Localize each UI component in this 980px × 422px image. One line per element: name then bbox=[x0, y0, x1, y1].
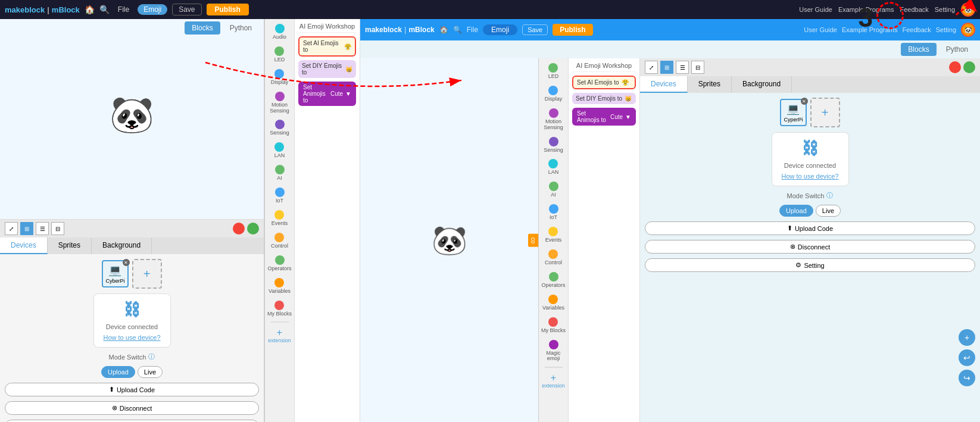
right-cat-variables[interactable]: Variables bbox=[541, 292, 566, 314]
cat-sensing[interactable]: Sensing bbox=[269, 117, 291, 139]
cat-events[interactable]: Events bbox=[270, 208, 289, 229]
right-save-button[interactable]: Save bbox=[522, 24, 548, 35]
tab-sprites[interactable]: Sprites bbox=[48, 237, 92, 254]
close-icon[interactable]: ✕ bbox=[123, 259, 130, 266]
orange-badge[interactable]: co bbox=[528, 233, 538, 247]
setting-link[interactable]: Setting bbox=[935, 6, 955, 13]
right-example-programs-link[interactable]: Example Programs bbox=[842, 26, 898, 33]
tile-btn[interactable]: ⊟ bbox=[51, 222, 64, 235]
right-run-button[interactable] bbox=[963, 61, 975, 73]
home-icon[interactable]: 🏠 bbox=[85, 5, 95, 14]
right-close-icon[interactable]: ✕ bbox=[801, 98, 808, 105]
cat-iot[interactable]: IoT bbox=[274, 185, 286, 207]
publish-button[interactable]: Publish bbox=[207, 4, 249, 15]
search-icon[interactable]: 🔍 bbox=[99, 5, 110, 14]
right-cat-control[interactable]: Control bbox=[544, 247, 563, 268]
float-btn-3[interactable]: ↪ bbox=[959, 370, 975, 386]
stop-button[interactable] bbox=[233, 223, 245, 235]
cat-variables[interactable]: Variables bbox=[267, 276, 292, 297]
right-extension-add[interactable]: + extension bbox=[541, 370, 566, 392]
tab-blocks[interactable]: Blocks bbox=[185, 21, 220, 35]
right-upload-code-button[interactable]: ⬆ Upload Code bbox=[645, 221, 975, 235]
right-publish-button[interactable]: Publish bbox=[553, 24, 592, 36]
right-add-device-btn[interactable]: + bbox=[810, 98, 840, 127]
right-file-menu[interactable]: File bbox=[467, 26, 478, 34]
right-set-diy-emojis-block[interactable]: Set DIY Emojis to 😸 bbox=[572, 93, 636, 104]
right-user-avatar[interactable]: 🐼 bbox=[961, 23, 975, 37]
upload-code-button[interactable]: ⬆ Upload Code bbox=[5, 383, 259, 396]
add-device-btn[interactable]: + bbox=[132, 259, 162, 289]
right-cat-operators[interactable]: Operators bbox=[540, 270, 566, 291]
cat-control[interactable]: Control bbox=[270, 230, 289, 252]
disconnect-button[interactable]: ⊗ Disconnect bbox=[5, 401, 259, 415]
right-feedback-link[interactable]: Feedback bbox=[902, 26, 931, 33]
cat-motion[interactable]: Motion Sensing bbox=[265, 89, 294, 117]
cyberpi-thumb[interactable]: ✕ 💻 CyberPi bbox=[102, 260, 128, 287]
float-btn-1[interactable]: + bbox=[959, 329, 975, 346]
right-cat-led[interactable]: LED bbox=[547, 61, 560, 82]
list-btn[interactable]: ☰ bbox=[36, 222, 49, 235]
right-cat-lan[interactable]: LAN bbox=[547, 157, 560, 178]
right-cat-display[interactable]: Display bbox=[544, 83, 564, 105]
right-cat-sensing[interactable]: Sensing bbox=[542, 135, 564, 156]
right-cat-events[interactable]: Events bbox=[544, 224, 563, 246]
right-setting-button[interactable]: ⚙ Setting bbox=[645, 258, 975, 272]
setting-button[interactable]: ⚙ Setting bbox=[5, 420, 259, 422]
set-diy-emojis-block[interactable]: Set DIY Emojis to 😸 bbox=[298, 60, 356, 78]
right-tab-blocks[interactable]: Blocks bbox=[901, 43, 936, 56]
right-grid-btn[interactable]: ⊞ bbox=[660, 61, 673, 74]
right-disconnect-button[interactable]: ⊗ Disconnect bbox=[645, 240, 975, 254]
right-tab-devices[interactable]: Devices bbox=[640, 76, 688, 93]
how-to-use-link[interactable]: How to use device? bbox=[104, 334, 161, 341]
right-tab-sprites[interactable]: Sprites bbox=[688, 76, 732, 93]
cat-ai[interactable]: AI bbox=[274, 162, 286, 184]
right-list-btn[interactable]: ☰ bbox=[676, 61, 689, 74]
right-tile-btn[interactable]: ⊟ bbox=[691, 61, 704, 74]
right-live-mode-btn[interactable]: Live bbox=[816, 205, 841, 217]
live-mode-btn[interactable]: Live bbox=[138, 366, 163, 378]
tab-background[interactable]: Background bbox=[92, 237, 152, 254]
right-tab-background[interactable]: Background bbox=[732, 76, 792, 93]
right-cat-iot[interactable]: IoT bbox=[548, 202, 560, 223]
right-cat-ai[interactable]: AI bbox=[548, 179, 560, 201]
right-search-icon[interactable]: 🔍 bbox=[453, 26, 462, 34]
run-button[interactable] bbox=[247, 223, 259, 235]
cat-operators[interactable]: Operators bbox=[266, 253, 292, 274]
cat-led[interactable]: LED bbox=[273, 44, 286, 65]
right-cat-motion[interactable]: Motion Sensing bbox=[539, 106, 568, 133]
feedback-link[interactable]: Feedback bbox=[900, 6, 928, 13]
right-user-guide-link[interactable]: User Guide bbox=[804, 26, 837, 33]
cat-display[interactable]: Display bbox=[270, 67, 290, 88]
float-btn-2[interactable]: ↩ bbox=[959, 349, 975, 366]
mode-switch-info[interactable]: ⓘ bbox=[148, 352, 155, 361]
right-home-icon[interactable]: 🏠 bbox=[439, 26, 448, 34]
right-set-ai-emojis-block[interactable]: Set AI Emojis to 😤 bbox=[572, 76, 636, 89]
right-setting-link[interactable]: Setting bbox=[936, 26, 956, 33]
right-mode-switch-info[interactable]: ⓘ bbox=[826, 191, 833, 200]
expand-btn[interactable]: ⤢ bbox=[5, 222, 18, 235]
cat-audio[interactable]: Audio bbox=[271, 21, 288, 43]
right-upload-mode-btn[interactable]: Upload bbox=[779, 205, 813, 217]
save-button[interactable]: Save bbox=[172, 4, 201, 15]
right-cat-magic[interactable]: Magic emoji bbox=[539, 337, 568, 365]
user-guide-link[interactable]: User Guide bbox=[799, 6, 832, 13]
set-animojis-block[interactable]: Set Animojis to Cute ▼ bbox=[298, 82, 356, 106]
cat-lan[interactable]: LAN bbox=[273, 140, 286, 161]
file-menu[interactable]: File bbox=[114, 4, 133, 15]
user-avatar[interactable]: 🐼 bbox=[961, 2, 975, 17]
right-expand-btn[interactable]: ⤢ bbox=[645, 61, 658, 74]
set-ai-emojis-block[interactable]: Set AI Emojis to 😤 bbox=[298, 36, 356, 57]
example-programs-link[interactable]: Example Programs bbox=[838, 6, 894, 13]
extension-add[interactable]: + extension bbox=[267, 325, 292, 346]
tab-python[interactable]: Python bbox=[223, 21, 259, 35]
right-cyberpi-thumb[interactable]: ✕ 💻 CyperPi bbox=[780, 99, 806, 126]
tab-devices[interactable]: Devices bbox=[0, 237, 48, 254]
right-cat-myblocks[interactable]: My Blocks bbox=[540, 315, 567, 336]
right-set-animojis-block[interactable]: Set Animojis to Cute ▼ bbox=[572, 108, 636, 126]
cat-myblocks[interactable]: My Blocks bbox=[266, 298, 293, 320]
grid-btn[interactable]: ⊞ bbox=[20, 222, 33, 235]
right-how-to-use-link[interactable]: How to use device? bbox=[782, 173, 839, 180]
right-tab-python[interactable]: Python bbox=[939, 43, 975, 56]
upload-mode-btn[interactable]: Upload bbox=[101, 366, 135, 378]
right-stop-button[interactable] bbox=[949, 61, 961, 73]
